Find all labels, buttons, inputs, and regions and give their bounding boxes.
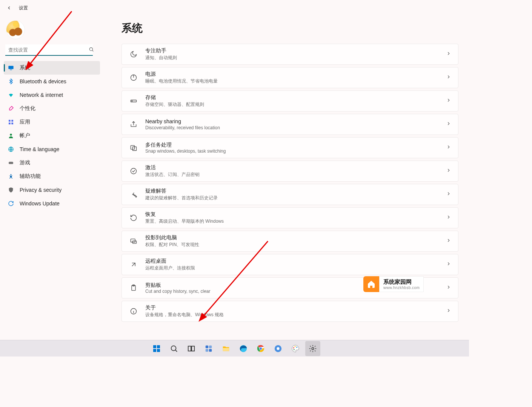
card-title: 恢复 <box>145 211 446 217</box>
card-subtitle: 睡眠、电池使用情况、节省电池电量 <box>145 78 446 84</box>
person-icon <box>8 132 14 139</box>
sidebar-item-label: 游戏 <box>20 159 30 166</box>
accessibility-icon <box>8 173 14 180</box>
svg-point-43 <box>293 347 294 348</box>
card-title: 电源 <box>145 71 446 77</box>
moon-icon <box>129 50 138 58</box>
settings-card-8[interactable]: 投影到此电脑权限、配对 PIN、可发现性 <box>121 231 458 252</box>
profile-section[interactable] <box>4 19 100 44</box>
svg-rect-26 <box>153 349 156 352</box>
start-button[interactable] <box>149 341 164 356</box>
brush-icon <box>8 105 14 112</box>
sidebar-item-8[interactable]: 辅助功能 <box>4 170 100 183</box>
settings-card-4[interactable]: 多任务处理Snap windows, desktops, task switch… <box>121 137 458 158</box>
card-subtitle: 设备规格，重命名电脑、Windows 规格 <box>145 312 446 318</box>
svg-rect-33 <box>205 349 208 351</box>
share-icon <box>129 121 138 128</box>
svg-point-45 <box>296 346 297 347</box>
settings-card-0[interactable]: 专注助手通知、自动规则 <box>121 44 458 65</box>
chevron-right-icon <box>446 238 451 245</box>
taskbar <box>0 340 469 357</box>
card-subtitle: 存储空间、驱动器、配置规则 <box>145 101 446 108</box>
sidebar-item-5[interactable]: 帐户 <box>4 129 100 142</box>
chevron-right-icon <box>446 74 451 81</box>
svg-rect-5 <box>9 122 11 124</box>
chevron-right-icon <box>446 214 451 221</box>
svg-rect-25 <box>157 345 160 348</box>
search-button[interactable] <box>166 341 181 356</box>
wrench-icon <box>129 191 138 198</box>
sync-icon <box>8 200 14 207</box>
card-title: 多任务处理 <box>145 142 446 148</box>
sidebar-item-label: Network & internet <box>20 92 63 98</box>
chevron-right-icon <box>446 191 451 198</box>
sidebar-item-label: 帐户 <box>20 132 30 139</box>
sidebar-item-7[interactable]: 游戏 <box>4 156 100 170</box>
svg-point-28 <box>171 346 176 350</box>
svg-point-46 <box>293 349 294 350</box>
settings-button[interactable] <box>305 341 320 356</box>
sidebar-item-label: Privacy & security <box>20 187 62 193</box>
settings-card-7[interactable]: 恢复重置、高级启动、早期版本的 Windows <box>121 207 458 228</box>
edge-button[interactable] <box>236 341 251 356</box>
sidebar-item-3[interactable]: 个性化 <box>4 102 100 115</box>
card-subtitle: 重置、高级启动、早期版本的 Windows <box>145 218 446 225</box>
sidebar-item-1[interactable]: Bluetooth & devices <box>4 75 100 88</box>
task-view-button[interactable] <box>184 341 199 356</box>
storage-icon <box>129 97 138 105</box>
svg-rect-32 <box>209 345 211 348</box>
search-input[interactable] <box>5 44 93 56</box>
settings-card-9[interactable]: 远程桌面远程桌面用户、连接权限 <box>121 254 458 275</box>
settings-card-1[interactable]: 电源睡眠、电池使用情况、节省电池电量 <box>121 67 458 88</box>
chrome2-button[interactable] <box>271 341 286 356</box>
svg-point-13 <box>132 101 132 101</box>
back-button[interactable] <box>5 4 13 12</box>
svg-rect-6 <box>11 122 13 124</box>
chevron-right-icon <box>446 308 451 315</box>
apps-icon <box>8 119 14 125</box>
search-icon <box>89 47 94 54</box>
chevron-right-icon <box>446 51 451 58</box>
sidebar-item-label: Windows Update <box>20 200 60 207</box>
sidebar-item-10[interactable]: Windows Update <box>4 197 100 210</box>
chevron-right-icon <box>446 144 451 151</box>
settings-card-3[interactable]: Nearby sharingDiscoverability, received … <box>121 114 458 135</box>
file-explorer-button[interactable] <box>218 341 234 356</box>
svg-point-42 <box>277 347 279 350</box>
card-subtitle: 激活状态、订阅、产品密钥 <box>145 171 446 178</box>
svg-point-0 <box>89 47 92 50</box>
sidebar-item-9[interactable]: Privacy & security <box>4 183 100 197</box>
svg-rect-31 <box>205 345 208 348</box>
card-title: 关于 <box>145 304 446 311</box>
sidebar-item-2[interactable]: Network & internet <box>4 88 100 102</box>
sidebar-item-0[interactable]: 系统 <box>4 61 100 75</box>
widgets-button[interactable] <box>201 341 216 356</box>
chrome-button[interactable] <box>253 341 268 356</box>
svg-rect-3 <box>9 120 11 122</box>
watermark: 系统家园网 www.hnzkhbsb.com <box>363 277 469 292</box>
svg-rect-17 <box>131 239 135 242</box>
card-subtitle: 远程桌面用户、连接权限 <box>145 265 446 271</box>
settings-card-6[interactable]: 疑难解答建议的疑难解答、首选项和历史记录 <box>121 184 458 205</box>
wifi-icon <box>8 92 14 98</box>
watermark-title: 系统家园网 <box>383 278 420 286</box>
settings-card-11[interactable]: 关于设备规格，重命名电脑、Windows 规格 <box>121 301 458 322</box>
svg-rect-2 <box>10 70 12 70</box>
card-title: 远程桌面 <box>145 258 446 264</box>
card-subtitle: Discoverability, received files location <box>145 125 446 130</box>
chevron-right-icon <box>446 261 451 268</box>
chevron-right-icon <box>446 168 451 174</box>
settings-card-2[interactable]: 存储存储空间、驱动器、配置规则 <box>121 90 458 112</box>
card-subtitle: 权限、配对 PIN、可发现性 <box>145 242 446 248</box>
svg-point-7 <box>10 134 12 136</box>
paint-button[interactable] <box>288 341 303 356</box>
check-circle-icon <box>129 167 138 175</box>
sidebar-item-4[interactable]: 应用 <box>4 115 100 129</box>
sidebar-item-6[interactable]: Time & language <box>4 142 100 156</box>
chevron-right-icon <box>446 98 451 104</box>
settings-card-5[interactable]: 激活激活状态、订阅、产品密钥 <box>121 161 458 182</box>
chevron-right-icon <box>446 121 451 128</box>
display-icon <box>8 64 14 71</box>
globe-clock-icon <box>8 146 14 153</box>
card-subtitle: Snap windows, desktops, task switching <box>145 148 446 154</box>
